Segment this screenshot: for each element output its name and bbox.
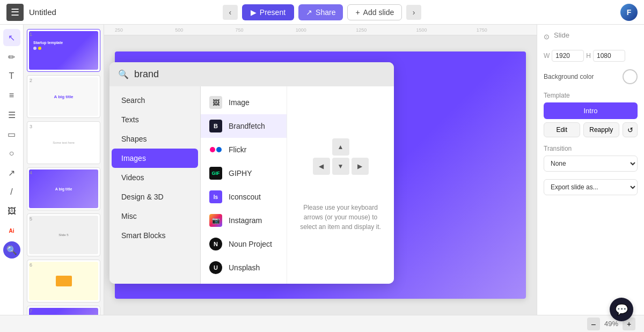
dimensions-field: W H [544,50,638,62]
rect-tool[interactable]: ▭ [3,126,20,143]
slide-thumb-2[interactable]: 2 A big title [27,75,100,118]
search-tool[interactable]: 🔍 [3,241,20,259]
avatar[interactable]: F [620,4,638,21]
background-color-row: Background color [544,69,638,84]
bg-color-swatch[interactable] [623,69,638,84]
transition-label: Transition [544,145,638,152]
dropdown-left-nav: Search Texts Shapes Images Videos Design… [109,86,201,284]
search-bar-icon: 🔍 [118,69,129,79]
transition-section: Transition None [544,145,638,172]
nav-next-button[interactable]: › [406,5,421,20]
reapply-button[interactable]: Reapply [583,122,620,137]
document-title: Untitled [29,8,217,17]
slide-num-2: 2 [30,78,32,83]
slide-thumb-7[interactable]: 7 Slide 7 [27,306,100,315]
source-unsplash[interactable]: U Unsplash [201,256,287,279]
image-tool[interactable]: 🖼 [3,203,20,220]
slide-thumb-4[interactable]: 4 A big title [27,167,100,210]
category-search[interactable]: Search [112,91,198,110]
pen-tool[interactable]: ✏ [3,48,20,65]
source-image[interactable]: 🖼 Image [201,91,287,114]
share-button[interactable]: ↗ Share [298,4,343,20]
right-panel: ⊙ Slide W H Background color Template In… [537,25,644,315]
slide-thumb-6[interactable]: 6 [27,260,100,303]
category-misc[interactable]: Misc [112,206,198,226]
topbar: ☰ Untitled ‹ ▶ Present ↗ Share + Add sli… [0,0,644,25]
present-icon: ▶ [251,8,257,17]
width-input[interactable] [552,50,584,62]
arrow-empty-1 [313,138,330,156]
slide-label: Slide [554,31,569,39]
template-actions: Edit Reapply ↺ [544,122,638,137]
chat-bubble[interactable]: 💬 [610,298,633,321]
ruler: 250 500 750 1000 1250 1500 1750 [104,25,537,35]
draw-tool[interactable]: / [3,183,20,201]
unsplash-icon: U [209,261,222,274]
slide-preview-2: A big title [29,77,98,116]
refresh-button[interactable]: ↺ [623,122,638,137]
zoom-minus-button[interactable]: – [587,318,600,330]
arrow-controls: ▲ ◀ ▼ ▶ [313,138,369,194]
source-noun-project[interactable]: N Noun Project [201,232,287,256]
search-input[interactable] [134,69,385,80]
adobe-tool[interactable]: Ai [3,222,20,239]
slide-preview-6 [29,262,98,300]
source-instagram[interactable]: 📷 Instagram [201,209,287,232]
arrow-down-button[interactable]: ▼ [332,158,349,175]
slide-num-6: 6 [30,262,32,268]
slide-preview-1: Startup template [29,31,98,70]
nav-prev-button[interactable]: ‹ [223,5,238,20]
brandfetch-icon: B [209,120,222,132]
source-giphy[interactable]: GIF GIPHY [201,161,287,185]
arrow-right-button[interactable]: ▶ [352,158,369,175]
category-design3d[interactable]: Design & 3D [112,187,198,206]
category-images[interactable]: Images [112,149,198,168]
canvas-content: 🔍 Search Texts Shapes Images Videos Desi… [104,35,537,315]
slide-thumb-3[interactable]: 3 Some text here [27,121,100,164]
slide-thumb-5[interactable]: 5 Slide 5 [27,213,100,256]
dropdown-body: Search Texts Shapes Images Videos Design… [109,86,394,284]
menu-button[interactable]: ☰ [6,4,24,21]
arrow-tool[interactable]: ↗ [3,164,20,181]
source-iconscout[interactable]: Is Iconscout [201,185,287,209]
present-button[interactable]: ▶ Present [242,4,294,20]
flickr-icon [209,143,222,156]
edit-button[interactable]: Edit [544,122,580,137]
main-area: ↖ ✏ T ≡ ☰ ▭ ○ ↗ / 🖼 Ai 🔍 1 Startup templ… [0,25,644,315]
export-select[interactable]: Export slide as... [544,179,638,195]
category-videos[interactable]: Videos [112,168,198,187]
source-brandfetch[interactable]: B Brandfetch [201,114,287,138]
slides-panel: 1 Startup template 2 A big title 3 Some … [24,25,104,315]
list-tool[interactable]: ☰ [3,106,20,123]
preview-hint: Please use your keyboard arrows (or your… [298,203,383,232]
slide-preview-7: Slide 7 [29,308,98,315]
bottom-bar: – 49% + [0,315,644,332]
dropdown-right-sources: 🖼 Image B Brandfetch [201,86,287,284]
arrow-left-button[interactable]: ◀ [313,158,330,175]
search-bar: 🔍 [109,62,394,86]
slide-num-1: 1 [30,32,32,37]
intro-button[interactable]: Intro [544,102,638,119]
topbar-center: ‹ ▶ Present ↗ Share + Add slide › [223,4,421,20]
add-slide-button[interactable]: + Add slide [347,4,402,20]
zoom-level: 49% [604,320,618,328]
template-label: Template [544,92,638,99]
text-tool[interactable]: T [3,68,20,85]
source-flickr[interactable]: Flickr [201,138,287,161]
transition-select[interactable]: None [544,156,638,172]
arrow-up-button[interactable]: ▲ [332,138,349,156]
lines-tool[interactable]: ≡ [3,87,20,104]
slide-section: ⊙ Slide [544,31,638,42]
height-input[interactable] [593,50,625,62]
slide-num-5: 5 [30,216,32,222]
category-texts[interactable]: Texts [112,110,198,129]
noun-project-icon: N [209,238,222,250]
category-shapes[interactable]: Shapes [112,129,198,149]
slide-thumb-1[interactable]: 1 Startup template [27,29,100,72]
circle-tool[interactable]: ○ [3,145,20,162]
category-smart-blocks[interactable]: Smart Blocks [112,226,198,245]
instagram-icon: 📷 [209,214,222,227]
select-tool[interactable]: ↖ [3,29,20,46]
left-toolbar: ↖ ✏ T ≡ ☰ ▭ ○ ↗ / 🖼 Ai 🔍 [0,25,24,315]
template-section: Template Intro Edit Reapply ↺ [544,92,638,137]
